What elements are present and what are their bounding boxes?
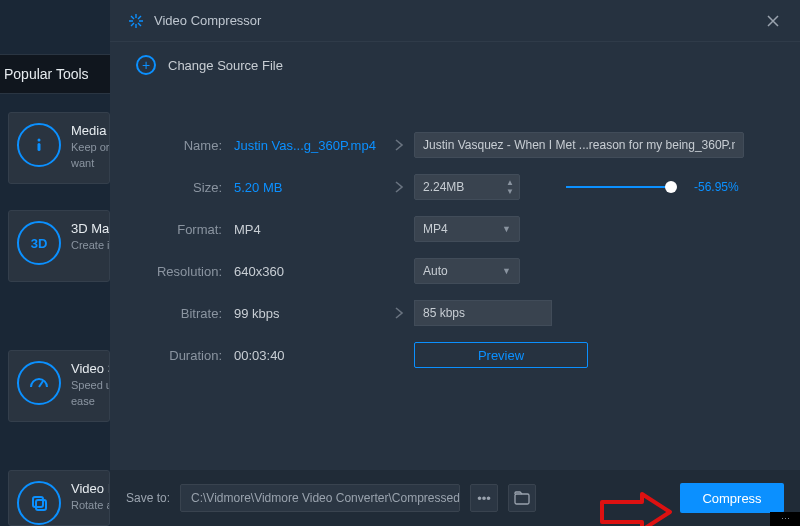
chevron-right-icon — [384, 307, 414, 319]
save-path-box[interactable]: C:\Vidmore\Vidmore Video Converter\Compr… — [180, 484, 460, 512]
src-duration: 00:03:40 — [234, 348, 384, 363]
gauge-icon — [17, 361, 61, 405]
output-bitrate-value: 85 kbps — [423, 306, 465, 320]
bg-tool-sub: Speed u — [71, 379, 101, 392]
size-reduction-pct: -56.95% — [694, 180, 739, 194]
bg-tool-title: Video S — [71, 361, 101, 376]
browse-path-button[interactable]: ••• — [470, 484, 498, 512]
stepper-up-icon[interactable]: ▲ — [505, 179, 515, 187]
info-icon — [17, 123, 61, 167]
bg-tool-sub2: ease — [71, 395, 101, 408]
svg-point-0 — [38, 139, 41, 142]
folder-icon — [514, 491, 530, 505]
svg-rect-5 — [515, 494, 529, 504]
src-bitrate: 99 kbps — [234, 306, 384, 321]
row-format: Format: MP4 MP4 ▼ — [128, 208, 782, 250]
bg-tool-rotate[interactable]: Video I Rotate and flip the video as you… — [8, 470, 110, 526]
chevron-right-icon — [384, 139, 414, 151]
output-name-input[interactable] — [414, 132, 744, 158]
modal-title: Video Compressor — [154, 13, 764, 28]
row-duration: Duration: 00:03:40 Preview — [128, 334, 782, 376]
label-bitrate: Bitrate: — [128, 306, 234, 321]
chevron-down-icon: ▼ — [502, 224, 511, 234]
change-source-label: Change Source File — [168, 58, 283, 73]
rotate-icon — [17, 481, 61, 525]
size-slider[interactable] — [566, 180, 676, 194]
modal-titlebar: Video Compressor — [110, 0, 800, 42]
bg-tool-title: Video I — [71, 481, 101, 496]
label-duration: Duration: — [128, 348, 234, 363]
bg-tool-sub2: want — [71, 157, 101, 170]
slider-fill — [566, 186, 671, 188]
preview-label: Preview — [478, 348, 524, 363]
bg-tool-title: Media I — [71, 123, 101, 138]
modal-footer: Save to: C:\Vidmore\Vidmore Video Conver… — [110, 470, 800, 526]
compress-label: Compress — [702, 491, 761, 506]
close-icon — [766, 14, 780, 28]
form-area: Name: Justin Vas...g_360P.mp4 Size: 5.20… — [110, 88, 800, 386]
open-folder-button[interactable] — [508, 484, 536, 512]
output-size-value: 2.24MB — [423, 180, 464, 194]
row-name: Name: Justin Vas...g_360P.mp4 — [128, 124, 782, 166]
bg-tool-3d[interactable]: 3D 3D Mak Create i — [8, 210, 110, 282]
save-to-label: Save to: — [126, 491, 170, 505]
bg-tool-sub: Create i — [71, 239, 101, 252]
row-bitrate: Bitrate: 99 kbps 85 kbps — [128, 292, 782, 334]
output-bitrate-box: 85 kbps — [414, 300, 552, 326]
bg-section-header: Popular Tools — [0, 54, 110, 94]
row-size: Size: 5.20 MB 2.24MB ▲ ▼ — [128, 166, 782, 208]
compressor-logo-icon — [128, 13, 144, 29]
plus-icon: + — [136, 55, 156, 75]
src-format: MP4 — [234, 222, 384, 237]
bg-section-title: Popular Tools — [4, 66, 89, 82]
label-resolution: Resolution: — [128, 264, 234, 279]
src-size: 5.20 MB — [234, 180, 384, 195]
change-source-row[interactable]: + Change Source File — [110, 42, 800, 88]
slider-thumb[interactable] — [665, 181, 677, 193]
close-button[interactable] — [764, 12, 782, 30]
bg-tool-speed[interactable]: Video S Speed u ease — [8, 350, 110, 422]
src-resolution: 640x360 — [234, 264, 384, 279]
svg-line-2 — [39, 381, 43, 387]
save-path-text: C:\Vidmore\Vidmore Video Converter\Compr… — [191, 491, 460, 505]
src-name: Justin Vas...g_360P.mp4 — [234, 138, 384, 153]
format-select[interactable]: MP4 ▼ — [414, 216, 520, 242]
chevron-down-icon: ▼ — [502, 266, 511, 276]
bg-tool-title: 3D Mak — [71, 221, 101, 236]
corner-widget: ⋯ — [770, 512, 800, 526]
label-size: Size: — [128, 180, 234, 195]
svg-rect-4 — [36, 500, 46, 510]
svg-rect-3 — [33, 497, 43, 507]
format-selected: MP4 — [423, 222, 448, 236]
compressor-modal: Video Compressor + Change Source File Na… — [110, 0, 800, 526]
resolution-select[interactable]: Auto ▼ — [414, 258, 520, 284]
compress-button[interactable]: Compress — [680, 483, 784, 513]
preview-button[interactable]: Preview — [414, 342, 588, 368]
3d-icon: 3D — [17, 221, 61, 265]
svg-rect-1 — [38, 143, 41, 151]
row-resolution: Resolution: 640x360 Auto ▼ — [128, 250, 782, 292]
label-name: Name: — [128, 138, 234, 153]
bg-tool-sub: Keep or — [71, 141, 101, 154]
bg-tool-sub: Rotate and flip the video as you live — [71, 499, 101, 512]
chevron-right-icon — [384, 181, 414, 193]
annotation-arrow-icon — [598, 492, 674, 526]
ellipsis-icon: ••• — [477, 491, 491, 506]
bg-tool-media[interactable]: Media I Keep or want — [8, 112, 110, 184]
label-format: Format: — [128, 222, 234, 237]
resolution-selected: Auto — [423, 264, 448, 278]
stepper-down-icon[interactable]: ▼ — [505, 188, 515, 196]
output-size-stepper[interactable]: 2.24MB ▲ ▼ — [414, 174, 520, 200]
